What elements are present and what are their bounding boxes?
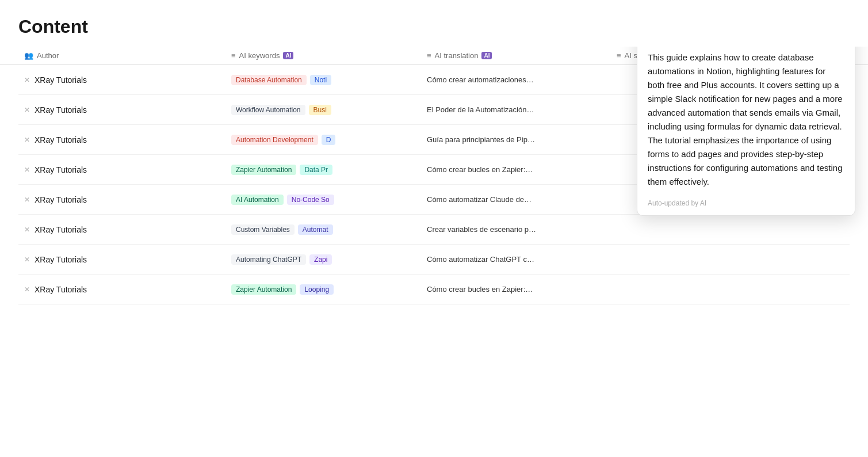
content-table: 👥 Author ≡ AI keywords AI ≡ AI translati… [0, 47, 868, 304]
translation-text-5: Crear variables de escenario p… [427, 225, 536, 234]
translation-text-0: Cómo crear automatizaciones… [427, 75, 534, 84]
keywords-label: AI keywords [239, 51, 280, 60]
remove-icon-3[interactable]: ✕ [24, 166, 30, 174]
keyword-tag-5-1[interactable]: Automat [298, 224, 333, 235]
cell-translation-2: Guía para principiantes de Pip… [421, 131, 611, 148]
cell-author-1: ✕ XRay Tutorials [18, 101, 225, 119]
cell-translation-5: Crear variables de escenario p… [421, 220, 611, 238]
cell-keywords-5: Custom Variables Automat [225, 220, 421, 239]
author-name-3: XRay Tutorials [35, 165, 87, 174]
summary-tooltip: ✦ Update 👍 👎 This guide explains how to … [637, 47, 855, 216]
table-row: ✕ XRay Tutorials Custom Variables Automa… [18, 215, 850, 245]
keyword-tag-1-0[interactable]: Workflow Automation [231, 105, 305, 115]
keyword-tag-7-1[interactable]: Looping [300, 284, 334, 295]
cell-translation-1: El Poder de la Automatización… [421, 101, 611, 119]
cell-translation-3: Cómo crear bucles en Zapier:… [421, 161, 611, 178]
cell-translation-0: Cómo crear automatizaciones… [421, 71, 611, 89]
col-header-translation: ≡ AI translation AI [421, 47, 611, 64]
author-name-2: XRay Tutorials [35, 135, 87, 144]
remove-icon-5[interactable]: ✕ [24, 226, 30, 234]
col-header-author: 👥 Author [18, 47, 225, 64]
translation-text-1: El Poder de la Automatización… [427, 105, 534, 114]
cell-translation-4: Cómo automatizar Claude de… [421, 191, 611, 208]
table-row: ✕ XRay Tutorials Automating ChatGPT Zapi… [18, 245, 850, 275]
tooltip-body: This guide explains how to create databa… [637, 47, 855, 195]
summary-list-icon: ≡ [617, 51, 621, 60]
cell-summary-6 [611, 255, 726, 264]
keyword-tag-1-1[interactable]: Busi [309, 105, 331, 115]
summary-text: This guide explains how to create databa… [648, 52, 843, 186]
remove-icon-1[interactable]: ✕ [24, 106, 30, 114]
translation-text-2: Guía para principiantes de Pip… [427, 135, 535, 144]
author-label: Author [37, 51, 59, 60]
page-title: Content [0, 0, 868, 47]
cell-keywords-7: Zapier Automation Looping [225, 280, 421, 299]
remove-icon-4[interactable]: ✕ [24, 196, 30, 204]
translation-text-4: Cómo automatizar Claude de… [427, 195, 531, 204]
keywords-ai-badge: AI [283, 52, 293, 59]
translation-label: AI translation [435, 51, 479, 60]
author-icon: 👥 [24, 51, 33, 60]
translation-list-icon: ≡ [427, 51, 431, 60]
translation-text-6: Cómo automatizar ChatGPT c… [427, 255, 534, 264]
cell-keywords-0: Database Automation Noti [225, 70, 421, 90]
cell-summary-7 [611, 285, 726, 294]
keyword-tag-0-1[interactable]: Noti [310, 75, 331, 85]
keyword-tag-5-0[interactable]: Custom Variables [231, 224, 295, 235]
table-row: ✕ XRay Tutorials Database Automation Not… [18, 65, 850, 95]
cell-author-7: ✕ XRay Tutorials [18, 280, 225, 299]
cell-author-5: ✕ XRay Tutorials [18, 220, 225, 239]
author-name-4: XRay Tutorials [35, 195, 87, 204]
cell-translation-7: Cómo crear bucles en Zapier:… [421, 280, 611, 298]
cell-summary-5 [611, 225, 726, 234]
translation-text-7: Cómo crear bucles en Zapier:… [427, 285, 533, 294]
table-body: ✕ XRay Tutorials Database Automation Not… [0, 65, 868, 304]
translation-text-3: Cómo crear bucles en Zapier:… [427, 165, 533, 174]
auto-updated-label: Auto-updated by AI [648, 199, 706, 207]
author-name-5: XRay Tutorials [35, 225, 87, 234]
author-name-7: XRay Tutorials [35, 285, 87, 294]
remove-icon-2[interactable]: ✕ [24, 136, 30, 144]
keyword-tag-4-1[interactable]: No-Code So [287, 195, 334, 205]
cell-translation-6: Cómo automatizar ChatGPT c… [421, 250, 611, 268]
keywords-list-icon: ≡ [231, 51, 236, 60]
cell-keywords-6: Automating ChatGPT Zapi [225, 250, 421, 269]
author-name-6: XRay Tutorials [35, 255, 87, 264]
keyword-tag-6-0[interactable]: Automating ChatGPT [231, 254, 306, 265]
author-name-0: XRay Tutorials [35, 75, 87, 85]
keyword-tag-4-0[interactable]: AI Automation [231, 195, 284, 205]
cell-author-2: ✕ XRay Tutorials [18, 131, 225, 149]
cell-author-3: ✕ XRay Tutorials [18, 161, 225, 179]
cell-keywords-2: Automation Development D [225, 130, 421, 150]
cell-author-4: ✕ XRay Tutorials [18, 191, 225, 209]
cell-keywords-4: AI Automation No-Code So [225, 190, 421, 210]
col-header-keywords: ≡ AI keywords AI [225, 47, 421, 64]
author-name-1: XRay Tutorials [35, 105, 87, 115]
keyword-tag-2-1[interactable]: D [322, 135, 336, 145]
remove-icon-6[interactable]: ✕ [24, 256, 30, 264]
keyword-tag-6-1[interactable]: Zapi [309, 254, 332, 265]
keyword-tag-3-0[interactable]: Zapier Automation [231, 165, 296, 175]
table-row: ✕ XRay Tutorials Zapier Automation Loopi… [18, 275, 850, 304]
keyword-tag-0-0[interactable]: Database Automation [231, 75, 307, 85]
remove-icon-7[interactable]: ✕ [24, 285, 30, 294]
keyword-tag-3-1[interactable]: Data Pr [300, 165, 332, 175]
tooltip-footer: Auto-updated by AI [637, 195, 855, 215]
translation-ai-badge: AI [481, 52, 492, 59]
keyword-tag-7-0[interactable]: Zapier Automation [231, 284, 296, 295]
remove-icon-0[interactable]: ✕ [24, 76, 30, 84]
cell-keywords-1: Workflow Automation Busi [225, 100, 421, 120]
cell-author-0: ✕ XRay Tutorials [18, 71, 225, 89]
cell-author-6: ✕ XRay Tutorials [18, 250, 225, 269]
keyword-tag-2-0[interactable]: Automation Development [231, 135, 318, 145]
cell-keywords-3: Zapier Automation Data Pr [225, 160, 421, 180]
